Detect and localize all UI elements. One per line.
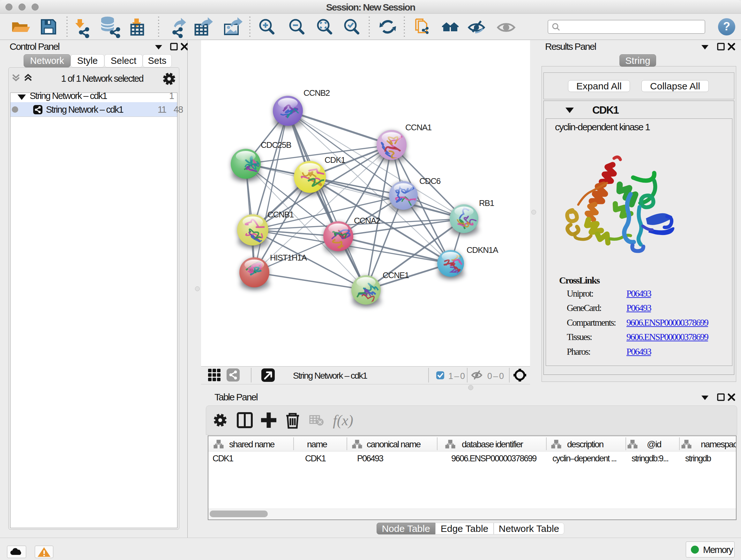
svg-text:CDK1: CDK1 <box>325 155 345 165</box>
svg-text:CCNB1: CCNB1 <box>267 210 294 219</box>
svg-text:CDC25B: CDC25B <box>261 140 291 150</box>
svg-text:CCNA2: CCNA2 <box>354 216 381 226</box>
svg-text:CDKN1A: CDKN1A <box>467 245 498 255</box>
svg-text:CCNA1: CCNA1 <box>405 123 432 132</box>
svg-text:CCNE1: CCNE1 <box>383 270 409 280</box>
svg-text:HIST1H1A: HIST1H1A <box>270 253 307 262</box>
svg-text:CCNB2: CCNB2 <box>304 88 330 98</box>
svg-text:RB1: RB1 <box>479 198 494 208</box>
svg-text:f(x): f(x) <box>333 412 353 428</box>
svg-text:CDC6: CDC6 <box>419 176 441 186</box>
